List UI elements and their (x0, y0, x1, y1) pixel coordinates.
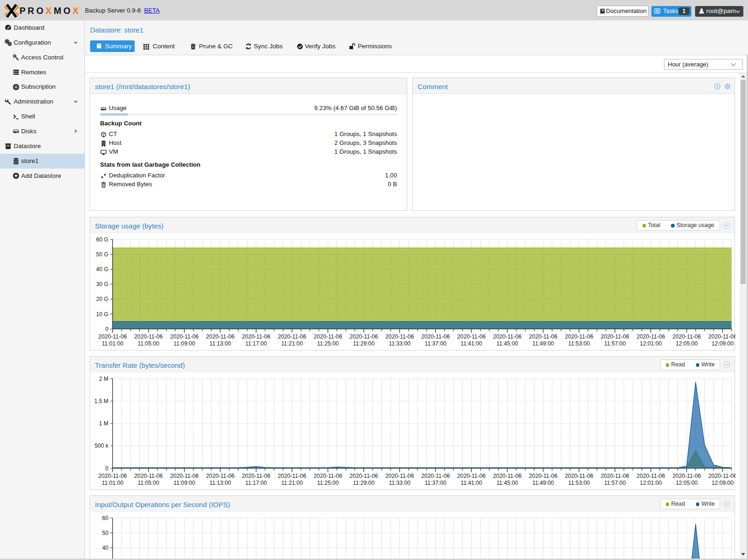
svg-text:2 M: 2 M (99, 375, 108, 382)
svg-text:1 M: 1 M (99, 420, 108, 427)
svg-text:2020-11-0611:25:00: 2020-11-0611:25:00 (313, 333, 342, 346)
svg-text:2020-11-0612:01:00: 2020-11-0612:01:00 (637, 333, 665, 346)
svg-text:2020-11-0611:17:00: 2020-11-0611:17:00 (242, 472, 271, 486)
svg-text:2020-11-0611:01:00: 2020-11-0611:01:00 (98, 333, 127, 346)
svg-text:2020-11-0611:57:00: 2020-11-0611:57:00 (601, 333, 630, 346)
svg-text:2020-11-0611:13:00: 2020-11-0611:13:00 (206, 472, 235, 486)
svg-text:2020-11-0611:41:00: 2020-11-0611:41:00 (457, 333, 486, 346)
svg-text:2020-11-0611:37:00: 2020-11-0611:37:00 (421, 333, 450, 346)
svg-text:2020-11-0611:17:00: 2020-11-0611:17:00 (242, 333, 271, 346)
svg-text:2020-11-0612:05:00: 2020-11-0612:05:00 (672, 472, 701, 486)
svg-text:2020-11-0612:01:00: 2020-11-0612:01:00 (637, 472, 665, 486)
svg-text:1.5 M: 1.5 M (94, 397, 108, 404)
svg-text:2020-11-0612:09:00: 2020-11-0612:09:00 (708, 333, 735, 346)
svg-text:2020-11-0611:05:00: 2020-11-0611:05:00 (134, 333, 163, 346)
svg-text:50: 50 (102, 529, 109, 536)
svg-text:20 G: 20 G (96, 296, 108, 302)
svg-text:2020-11-0611:37:00: 2020-11-0611:37:00 (421, 472, 450, 486)
svg-text:2020-11-0611:21:00: 2020-11-0611:21:00 (278, 472, 306, 486)
svg-text:2020-11-0611:21:00: 2020-11-0611:21:00 (278, 333, 306, 346)
svg-text:2020-11-0611:49:00: 2020-11-0611:49:00 (529, 472, 558, 486)
svg-text:30 G: 30 G (96, 281, 108, 287)
svg-text:2020-11-0611:05:00: 2020-11-0611:05:00 (134, 472, 163, 486)
svg-text:2020-11-0611:29:00: 2020-11-0611:29:00 (350, 333, 378, 346)
svg-text:2020-11-0611:29:00: 2020-11-0611:29:00 (350, 472, 378, 486)
svg-text:10 G: 10 G (96, 311, 108, 317)
svg-text:2020-11-0611:49:00: 2020-11-0611:49:00 (529, 333, 558, 346)
svg-text:60 G: 60 G (96, 236, 108, 242)
svg-text:2020-11-0611:09:00: 2020-11-0611:09:00 (170, 472, 199, 486)
svg-text:2020-11-0611:45:00: 2020-11-0611:45:00 (493, 472, 522, 486)
svg-text:0: 0 (105, 326, 109, 332)
svg-text:2020-11-0612:05:00: 2020-11-0612:05:00 (672, 333, 701, 346)
svg-text:2020-11-0611:01:00: 2020-11-0611:01:00 (98, 472, 127, 486)
svg-text:2020-11-0611:09:00: 2020-11-0611:09:00 (170, 333, 199, 346)
svg-text:500 k: 500 k (95, 443, 109, 449)
svg-text:2020-11-0611:33:00: 2020-11-0611:33:00 (385, 333, 414, 346)
svg-text:40: 40 (102, 545, 109, 551)
svg-text:2020-11-0612:09:00: 2020-11-0612:09:00 (708, 472, 735, 486)
svg-text:2020-11-0611:41:00: 2020-11-0611:41:00 (457, 472, 486, 486)
svg-text:0: 0 (105, 465, 109, 471)
svg-text:60: 60 (102, 514, 109, 521)
svg-text:2020-11-0611:57:00: 2020-11-0611:57:00 (601, 472, 630, 486)
svg-text:2020-11-0611:45:00: 2020-11-0611:45:00 (493, 333, 522, 346)
svg-text:2020-11-0611:25:00: 2020-11-0611:25:00 (313, 472, 342, 486)
svg-text:2020-11-0611:53:00: 2020-11-0611:53:00 (565, 472, 593, 486)
svg-text:50 G: 50 G (96, 251, 108, 257)
svg-text:2020-11-0611:13:00: 2020-11-0611:13:00 (206, 333, 235, 346)
svg-text:40 G: 40 G (96, 266, 108, 273)
svg-text:2020-11-0611:53:00: 2020-11-0611:53:00 (565, 333, 593, 346)
svg-text:2020-11-0611:33:00: 2020-11-0611:33:00 (385, 472, 414, 486)
